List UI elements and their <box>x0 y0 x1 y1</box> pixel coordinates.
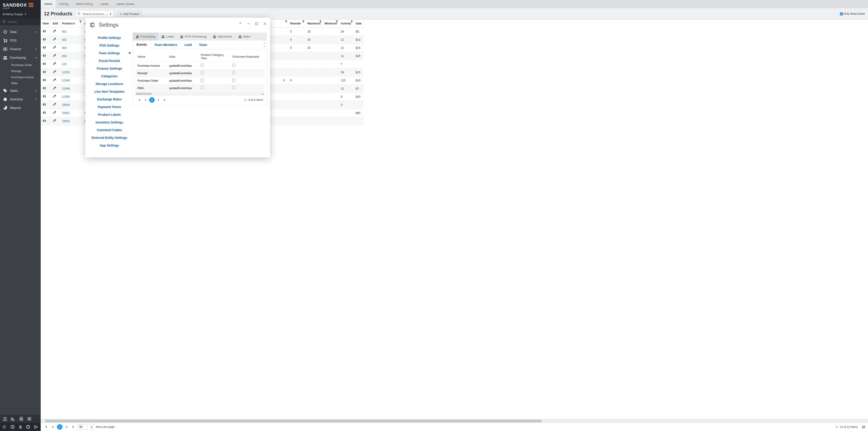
ev-osk-checkbox[interactable] <box>232 64 235 67</box>
pager-page[interactable]: 1 <box>57 424 62 430</box>
edit-icon[interactable] <box>53 62 56 66</box>
ev-osk-checkbox[interactable] <box>232 86 235 89</box>
add-product-button[interactable]: +Add Product <box>117 11 142 17</box>
nav-pos[interactable]: POS <box>0 36 41 45</box>
nav-reports[interactable]: Reports <box>0 103 41 112</box>
pager-size-input[interactable] <box>78 424 88 430</box>
product-number-link[interactable]: 15002 <box>62 120 70 123</box>
edit-icon[interactable] <box>53 29 56 33</box>
edit-icon[interactable] <box>53 78 56 82</box>
ev-alias[interactable]: updateEventAlias <box>167 77 198 84</box>
settings-nav-item[interactable]: Finance Settings <box>88 65 130 72</box>
ev-pct-checkbox[interactable] <box>201 64 204 67</box>
only-show-active-checkbox[interactable] <box>840 12 843 16</box>
edit-icon[interactable] <box>53 86 56 90</box>
product-number-link[interactable]: 002 <box>62 38 67 41</box>
nav-inventory[interactable]: Inventory <box>0 95 41 103</box>
filter-icon[interactable] <box>79 21 82 23</box>
clock-icon[interactable] <box>11 425 14 429</box>
nav-purchase-order[interactable]: Purchase Order <box>0 62 41 68</box>
ev-pct-checkbox[interactable] <box>201 86 204 89</box>
pager-last[interactable] <box>71 425 76 429</box>
col-sale[interactable]: Sale <box>354 20 364 28</box>
product-number-link[interactable]: 12333 <box>62 71 70 74</box>
nav-data[interactable]: Data <box>0 28 41 36</box>
col-reorder[interactable]: Reorder <box>288 20 305 28</box>
ev-pager-first[interactable] <box>136 97 142 102</box>
help-icon[interactable] <box>26 425 30 429</box>
col-view[interactable]: View <box>41 20 51 28</box>
view-icon[interactable] <box>42 62 46 66</box>
edit-icon[interactable] <box>53 119 56 123</box>
events-horizontal-scrollbar[interactable]: ▶ <box>135 92 265 95</box>
logout-icon[interactable] <box>34 425 38 429</box>
settings-nav-item[interactable]: Team Settings <box>88 49 130 57</box>
module-tab-leads[interactable]: Leads <box>158 33 177 40</box>
tab-sales-pricing[interactable]: Sales Pricing <box>72 0 96 8</box>
sidebar-search[interactable] <box>0 18 41 25</box>
view-icon[interactable] <box>42 119 46 123</box>
settings-nav-item[interactable]: Storage Locations <box>88 80 130 88</box>
modal-pin[interactable] <box>238 21 243 27</box>
nav-receipt[interactable]: Receipt <box>0 68 41 74</box>
settings-nav-item[interactable]: Inventory Settings <box>88 119 130 126</box>
view-icon[interactable] <box>42 86 46 90</box>
ev-pct-checkbox[interactable] <box>201 71 204 74</box>
edit-icon[interactable] <box>53 70 56 74</box>
product-number-link[interactable]: 12346 <box>62 87 70 90</box>
edit-icon[interactable] <box>53 46 56 49</box>
ev-alias[interactable]: updateEventAlias <box>167 84 198 92</box>
view-icon[interactable] <box>42 70 46 74</box>
building-icon[interactable] <box>19 417 24 421</box>
ev-col-alias[interactable]: Alias <box>167 51 198 62</box>
settings-nav-item[interactable]: Comment Codes <box>88 126 130 134</box>
module-tab-pos-purchasing[interactable]: POS Purchasing <box>177 33 210 40</box>
ev-osk-checkbox[interactable] <box>232 79 235 82</box>
view-icon[interactable] <box>42 103 46 106</box>
ev-col-name[interactable]: Name <box>135 51 167 62</box>
ev-osk-checkbox[interactable] <box>232 71 235 74</box>
product-number-link[interactable]: 15001 <box>62 112 70 115</box>
view-icon[interactable] <box>42 94 46 98</box>
col-minimum[interactable]: Minimum <box>322 20 339 28</box>
ev-col-osk[interactable]: OnScreen Keyboard <box>230 51 265 62</box>
company-selector[interactable]: Building Supply ▼ <box>0 11 41 18</box>
filter-icon[interactable] <box>336 21 338 23</box>
pager-first[interactable] <box>43 425 49 429</box>
settings-nav-item[interactable]: Exchange Rates <box>88 95 130 103</box>
tab-pricing[interactable]: Pricing <box>56 0 72 8</box>
nav-purchase-invoice[interactable]: Purchase Invoice <box>0 74 41 80</box>
product-number-link[interactable]: 12350 <box>62 95 70 98</box>
view-icon[interactable] <box>42 78 46 82</box>
search-go-button[interactable] <box>107 11 114 17</box>
ev-pager-last[interactable] <box>162 97 167 102</box>
lock-icon[interactable] <box>19 425 22 429</box>
refresh-icon[interactable] <box>862 425 865 429</box>
view-icon[interactable] <box>42 111 46 115</box>
settings-nav-item[interactable]: App Settings <box>88 142 130 149</box>
pager-next[interactable] <box>64 425 69 429</box>
ev-pct-checkbox[interactable] <box>201 79 204 82</box>
ev-col-pct[interactable]: Product Category Tiles <box>198 51 230 62</box>
col-activity[interactable]: Activity <box>339 20 354 28</box>
settings-nav-item[interactable]: Line Item Templates <box>88 88 130 95</box>
filter-icon[interactable] <box>319 21 322 23</box>
edit-icon[interactable] <box>53 54 56 57</box>
view-icon[interactable] <box>42 37 46 41</box>
modal-maximize[interactable] <box>254 21 260 27</box>
nav-sales[interactable]: Sales <box>0 86 41 95</box>
sidebar-search-input[interactable] <box>8 20 38 24</box>
settings-nav-item[interactable]: Product Labels <box>88 111 130 119</box>
ev-pager-next[interactable] <box>156 97 161 102</box>
ev-pager-page[interactable]: 1 <box>149 97 155 103</box>
module-tab-sales[interactable]: Sales <box>235 33 254 40</box>
edit-icon[interactable] <box>53 103 56 106</box>
ev-alias[interactable]: updateEventAlias <box>167 62 198 69</box>
filter-icon[interactable] <box>285 21 287 23</box>
product-number-link[interactable]: 004 <box>62 55 67 58</box>
settings-nav-item[interactable]: Categories <box>88 72 130 80</box>
product-number-link[interactable]: 123 <box>62 63 67 66</box>
search-products-input[interactable] <box>83 11 107 17</box>
sub-tab-events[interactable]: Events <box>133 40 151 49</box>
nav-finance[interactable]: Finance <box>0 45 41 53</box>
